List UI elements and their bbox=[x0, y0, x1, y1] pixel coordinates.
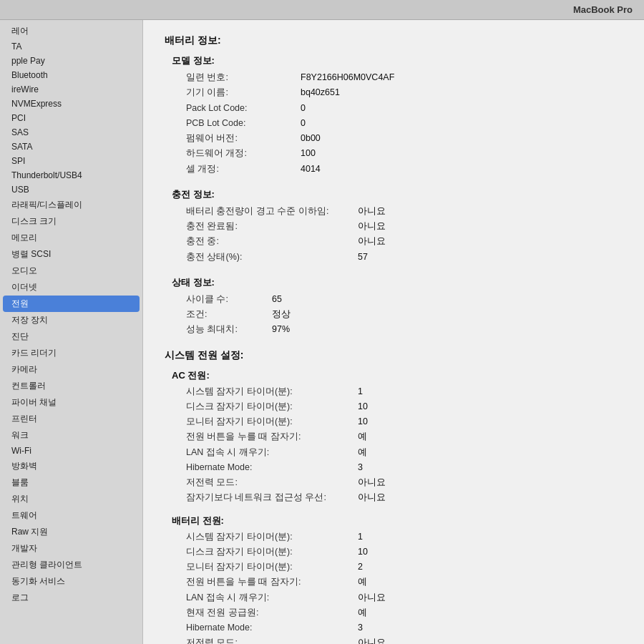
info-row-charge-info-rows-0: 배터리 충전량이 경고 수준 이하임:아니요 bbox=[186, 204, 623, 219]
info-row-charge-info-rows-1: 충전 완료됨:아니요 bbox=[186, 219, 623, 234]
sidebar-item-2[interactable]: pple Pay bbox=[0, 54, 142, 68]
info-label: 저전력 모드: bbox=[186, 475, 358, 490]
info-row-status-info-rows-2: 성능 최대치:97% bbox=[186, 322, 623, 337]
info-value: bq40z651 bbox=[301, 85, 340, 100]
sidebar-item-4[interactable]: ireWire bbox=[0, 82, 142, 97]
info-row-battery-power-rows-6: Hibernate Mode:3 bbox=[186, 620, 623, 635]
info-label: 충전 상태(%): bbox=[186, 250, 358, 265]
info-row-status-info-rows-1: 조건:정상 bbox=[186, 307, 623, 322]
sidebar-item-30[interactable]: 위치 bbox=[0, 491, 142, 507]
sidebar-item-6[interactable]: PCI bbox=[0, 111, 142, 125]
ac-power-block: AC 전원: 시스템 잠자기 타이머(분):1디스크 잠자기 타이머(분):10… bbox=[172, 369, 623, 506]
info-row-ac-power-rows-0: 시스템 잠자기 타이머(분):1 bbox=[186, 384, 623, 399]
info-value: 아니요 bbox=[358, 219, 386, 234]
info-row-ac-power-rows-5: Hibernate Mode:3 bbox=[186, 460, 623, 475]
info-value: 예 bbox=[358, 605, 367, 620]
info-value: 100 bbox=[301, 146, 316, 161]
sidebar-item-8[interactable]: SATA bbox=[0, 140, 142, 154]
info-value: 예 bbox=[358, 445, 367, 460]
info-value: 3 bbox=[358, 620, 363, 635]
info-value: 0b00 bbox=[301, 131, 321, 146]
sidebar-item-0[interactable]: 레어 bbox=[0, 23, 142, 39]
sidebar-item-23[interactable]: 컨트롤러 bbox=[0, 378, 142, 394]
info-row-model-info-rows-3: PCB Lot Code:0 bbox=[186, 116, 623, 131]
info-label: 디스크 잠자기 타이머(분): bbox=[186, 399, 358, 414]
sidebar-item-16[interactable]: 오디오 bbox=[0, 263, 142, 279]
sidebar-item-9[interactable]: SPI bbox=[0, 154, 142, 168]
title-bar-title: MacBook Pro bbox=[573, 4, 633, 15]
sidebar-item-24[interactable]: 파이버 채널 bbox=[0, 394, 142, 411]
sidebar-item-1[interactable]: TA bbox=[0, 39, 142, 54]
sidebar-item-32[interactable]: Raw 지원 bbox=[0, 524, 142, 540]
sidebar-item-19[interactable]: 저장 장치 bbox=[0, 312, 142, 328]
sidebar-item-33[interactable]: 개발자 bbox=[0, 540, 142, 557]
sidebar-item-3[interactable]: Bluetooth bbox=[0, 68, 142, 82]
info-label: 하드웨어 개정: bbox=[186, 146, 301, 161]
info-label: LAN 접속 시 깨우기: bbox=[186, 590, 358, 605]
info-value: 4014 bbox=[301, 162, 321, 177]
info-value: 예 bbox=[358, 429, 367, 444]
info-value: 0 bbox=[301, 116, 306, 131]
sidebar-item-17[interactable]: 이더넷 bbox=[0, 279, 142, 296]
sidebar-item-36[interactable]: 로그 bbox=[0, 590, 142, 606]
info-value: 10 bbox=[358, 414, 368, 429]
info-row-model-info-rows-5: 하드웨어 개정:100 bbox=[186, 146, 623, 161]
sidebar-item-27[interactable]: Wi-Fi bbox=[0, 444, 142, 458]
sidebar-item-15[interactable]: 병렬 SCSI bbox=[0, 246, 142, 263]
info-value: 3 bbox=[358, 460, 363, 475]
sidebar-item-21[interactable]: 카드 리더기 bbox=[0, 345, 142, 361]
info-label: 기기 이름: bbox=[186, 85, 301, 100]
sidebar-item-12[interactable]: 라래픽/디스플레이 bbox=[0, 197, 142, 213]
info-label: 성능 최대치: bbox=[186, 322, 272, 337]
sidebar-item-11[interactable]: USB bbox=[0, 182, 142, 197]
battery-power-block: 배터리 전원: 시스템 잠자기 타이머(분):1디스크 잠자기 타이머(분):1… bbox=[172, 514, 623, 645]
info-label: LAN 접속 시 깨우기: bbox=[186, 445, 358, 460]
info-label: 디스크 잠자기 타이머(분): bbox=[186, 545, 358, 560]
sidebar-item-26[interactable]: 워크 bbox=[0, 427, 142, 444]
sidebar-item-5[interactable]: NVMExpress bbox=[0, 97, 142, 111]
sidebar: 레어TApple PayBluetoothireWireNVMExpressPC… bbox=[0, 20, 143, 644]
info-row-charge-info-rows-2: 충전 중:아니요 bbox=[186, 234, 623, 249]
sidebar-item-10[interactable]: Thunderbolt/USB4 bbox=[0, 168, 142, 182]
info-label: 전원 버튼을 누를 때 잠자기: bbox=[186, 429, 358, 444]
status-info-title: 상태 정보: bbox=[172, 276, 623, 289]
info-row-battery-power-rows-3: 전원 버튼을 누를 때 잠자기:예 bbox=[186, 575, 623, 590]
sidebar-item-31[interactable]: 트웨어 bbox=[0, 507, 142, 524]
info-row-battery-power-rows-5: 현재 전원 공급원:예 bbox=[186, 605, 623, 620]
info-label: 펌웨어 버전: bbox=[186, 131, 301, 146]
model-info-block: 모델 정보: 일련 번호:F8Y2166H06M0VC4AF기기 이름:bq40… bbox=[172, 54, 623, 177]
info-label: 배터리 충전량이 경고 수준 이하임: bbox=[186, 204, 358, 219]
info-label: Pack Lot Code: bbox=[186, 101, 301, 116]
sidebar-item-7[interactable]: SAS bbox=[0, 125, 142, 140]
sidebar-item-18[interactable]: 전원 bbox=[3, 296, 140, 312]
info-label: 조건: bbox=[186, 307, 272, 322]
info-value: 아니요 bbox=[358, 234, 386, 249]
info-row-model-info-rows-2: Pack Lot Code:0 bbox=[186, 101, 623, 116]
sidebar-item-28[interactable]: 방화벽 bbox=[0, 458, 142, 474]
info-label: 사이클 수: bbox=[186, 292, 272, 307]
sidebar-item-14[interactable]: 메모리 bbox=[0, 230, 142, 246]
info-row-charge-info-rows-3: 충전 상태(%):57 bbox=[186, 250, 623, 265]
info-row-model-info-rows-1: 기기 이름:bq40z651 bbox=[186, 85, 623, 100]
info-label: PCB Lot Code: bbox=[186, 116, 301, 131]
info-row-model-info-rows-0: 일련 번호:F8Y2166H06M0VC4AF bbox=[186, 70, 623, 85]
info-value: 1 bbox=[358, 384, 363, 399]
info-row-ac-power-rows-7: 잠자기보다 네트워크 접근성 우선:아니요 bbox=[186, 490, 623, 505]
info-value: 아니요 bbox=[358, 635, 386, 644]
sidebar-item-25[interactable]: 프린터 bbox=[0, 411, 142, 427]
info-label: 시스템 잠자기 타이머(분): bbox=[186, 384, 358, 399]
sidebar-item-20[interactable]: 진단 bbox=[0, 328, 142, 345]
sidebar-item-22[interactable]: 카메라 bbox=[0, 361, 142, 378]
info-label: 충전 중: bbox=[186, 234, 358, 249]
system-power-section: 시스템 전원 설정: AC 전원: 시스템 잠자기 타이머(분):1디스크 잠자… bbox=[165, 349, 623, 645]
info-value: 예 bbox=[358, 575, 367, 590]
info-row-battery-power-rows-7: 저전력 모드:아니요 bbox=[186, 635, 623, 644]
sidebar-item-29[interactable]: 블룸 bbox=[0, 474, 142, 491]
sidebar-item-34[interactable]: 관리형 클라이언트 bbox=[0, 557, 142, 573]
sidebar-item-13[interactable]: 디스크 크기 bbox=[0, 213, 142, 230]
info-label: 잠자기보다 네트워크 접근성 우선: bbox=[186, 490, 358, 505]
battery-power-title: 배터리 전원: bbox=[172, 514, 623, 527]
info-value: 97% bbox=[272, 322, 290, 337]
info-value: 65 bbox=[272, 292, 282, 307]
sidebar-item-35[interactable]: 동기화 서비스 bbox=[0, 573, 142, 590]
